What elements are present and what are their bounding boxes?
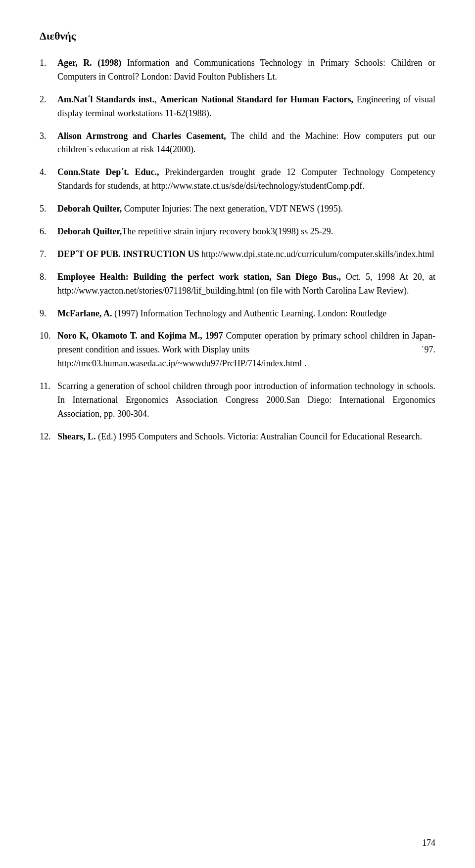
list-item: 11.Scarring a generation of school child… <box>40 380 435 421</box>
ref-content: Am.Nat΄l Standards inst., American Natio… <box>57 93 435 121</box>
page-title: Διεθνής <box>40 30 435 43</box>
list-item: 6.Deborah Quilter,The repetitive strain … <box>40 225 435 239</box>
ref-content: Deborah Quilter,The repetitive strain in… <box>57 225 435 239</box>
ref-content: Employee Health: Building the perfect wo… <box>57 270 435 298</box>
ref-number: 10. <box>40 329 57 371</box>
ref-content: Alison Armstrong and Charles Casement, T… <box>57 130 435 157</box>
list-item: 7.DEP΄T OF PUB. INSTRUCTION US http://ww… <box>40 248 435 261</box>
ref-number: 5. <box>40 202 57 216</box>
page: Διεθνής 1.Ager, R. (1998) Information an… <box>0 0 475 868</box>
ref-number: 12. <box>40 430 57 444</box>
ref-content: DEP΄T OF PUB. INSTRUCTION US http://www.… <box>57 248 435 261</box>
ref-number: 1. <box>40 56 57 84</box>
list-item: 3.Alison Armstrong and Charles Casement,… <box>40 130 435 157</box>
ref-content: Ager, R. (1998) Information and Communic… <box>57 56 435 84</box>
list-item: 1.Ager, R. (1998) Information and Commun… <box>40 56 435 84</box>
reference-list: 1.Ager, R. (1998) Information and Commun… <box>40 56 435 444</box>
ref-content: Shears, L. (Ed.) 1995 Computers and Scho… <box>57 430 435 444</box>
page-number: 174 <box>422 838 435 848</box>
ref-content: Conn.State Dep΄t. Educ., Prekindergarden… <box>57 166 435 193</box>
list-item: 2.Am.Nat΄l Standards inst., American Nat… <box>40 93 435 121</box>
ref-number: 4. <box>40 166 57 193</box>
list-item: 4.Conn.State Dep΄t. Educ., Prekindergard… <box>40 166 435 193</box>
ref-content: Scarring a generation of school children… <box>57 380 435 421</box>
ref-number: 6. <box>40 225 57 239</box>
ref-number: 11. <box>40 380 57 421</box>
list-item: 12.Shears, L. (Ed.) 1995 Computers and S… <box>40 430 435 444</box>
ref-content: Noro K, Okamoto T. and Kojima M., 1997 C… <box>57 329 435 371</box>
list-item: 9.McFarlane, A. (1997) Information Techn… <box>40 307 435 321</box>
list-item: 5.Deborah Quilter, Computer Injuries: Th… <box>40 202 435 216</box>
ref-number: 7. <box>40 248 57 261</box>
ref-number: 9. <box>40 307 57 321</box>
ref-number: 8. <box>40 270 57 298</box>
list-item: 10.Noro K, Okamoto T. and Kojima M., 199… <box>40 329 435 371</box>
ref-content: Deborah Quilter, Computer Injuries: The … <box>57 202 435 216</box>
ref-content: McFarlane, A. (1997) Information Technol… <box>57 307 435 321</box>
ref-number: 2. <box>40 93 57 121</box>
ref-number: 3. <box>40 130 57 157</box>
list-item: 8.Employee Health: Building the perfect … <box>40 270 435 298</box>
